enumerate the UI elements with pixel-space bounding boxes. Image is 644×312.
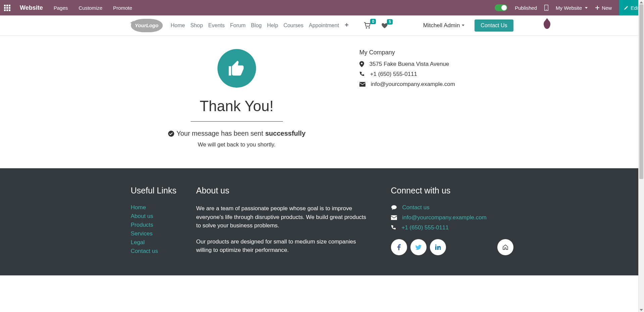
nav-help[interactable]: Help bbox=[267, 23, 278, 29]
connect-phone-row: +1 (650) 555-0111 bbox=[391, 224, 513, 231]
published-toggle[interactable] bbox=[495, 4, 507, 11]
thumbs-up-icon bbox=[217, 49, 256, 88]
new-button[interactable]: New bbox=[595, 5, 612, 11]
plus-icon bbox=[595, 5, 600, 10]
theme-color-drop-icon[interactable] bbox=[544, 20, 550, 29]
user-name: Mitchell Admin bbox=[423, 22, 460, 29]
svg-point-9 bbox=[435, 244, 437, 246]
company-address-row: 3575 Fake Buena Vista Avenue bbox=[359, 61, 513, 68]
user-dropdown[interactable]: Mitchell Admin bbox=[423, 22, 465, 29]
admin-menu-pages[interactable]: Pages bbox=[54, 5, 68, 11]
app-brand[interactable]: Website bbox=[20, 4, 43, 11]
connect-contact-link[interactable]: Contact us bbox=[402, 204, 430, 211]
connect-title: Connect with us bbox=[391, 186, 513, 195]
footer-link-about[interactable]: About us bbox=[131, 213, 196, 220]
svg-point-3 bbox=[368, 27, 370, 29]
footer-link-contact[interactable]: Contact us bbox=[131, 248, 196, 255]
footer-links-list: Home About us Products Services Legal Co… bbox=[131, 204, 196, 255]
contact-us-button[interactable]: Contact Us bbox=[475, 19, 513, 32]
mobile-preview-icon[interactable] bbox=[544, 5, 548, 11]
svg-point-2 bbox=[366, 27, 367, 29]
nav-home[interactable]: Home bbox=[171, 23, 185, 29]
logo-text: YourLogo bbox=[135, 23, 158, 28]
admin-bar-left: Website Pages Customize Promote bbox=[4, 4, 132, 11]
cart-badge: 0 bbox=[370, 19, 376, 24]
chevron-down-icon bbox=[462, 25, 464, 26]
company-email-row: info@yourcompany.example.com bbox=[359, 81, 513, 88]
svg-rect-8 bbox=[435, 246, 437, 250]
linkedin-icon[interactable] bbox=[430, 239, 446, 255]
pencil-icon bbox=[624, 5, 629, 10]
footer-useful-links: Useful Links Home About us Products Serv… bbox=[131, 186, 196, 262]
scroll-up-icon[interactable] bbox=[639, 0, 644, 4]
admin-bar: Website Pages Customize Promote Publishe… bbox=[0, 0, 644, 15]
phone-icon bbox=[391, 225, 396, 230]
connect-email-link[interactable]: info@yourcompany.example.com bbox=[402, 214, 487, 221]
site-menu: Home Shop Events Forum Blog Help Courses… bbox=[171, 23, 349, 29]
nav-appointment[interactable]: Appointment bbox=[309, 23, 339, 29]
scroll-thumb[interactable] bbox=[639, 4, 643, 179]
footer-connect: Connect with us Contact us info@yourcomp… bbox=[391, 186, 513, 262]
envelope-icon bbox=[391, 215, 397, 220]
add-menu-icon[interactable] bbox=[344, 23, 349, 29]
success-strong: successfully bbox=[265, 130, 305, 137]
nav-forum[interactable]: Forum bbox=[230, 23, 245, 29]
footer-about: About us We are a team of passionate peo… bbox=[196, 186, 391, 262]
check-circle-icon bbox=[168, 130, 175, 137]
site-logo[interactable]: YourLogo bbox=[131, 19, 163, 32]
admin-menu-customize[interactable]: Customize bbox=[79, 5, 102, 11]
apps-grid-icon[interactable] bbox=[4, 5, 10, 11]
connect-email-row: info@yourcompany.example.com bbox=[391, 214, 513, 221]
company-phone: +1 (650) 555-0111 bbox=[370, 71, 417, 78]
company-email: info@yourcompany.example.com bbox=[371, 81, 455, 88]
envelope-icon bbox=[359, 82, 365, 87]
thank-you-column: Thank You! Your message has been sent su… bbox=[131, 49, 353, 148]
admin-bar-right: Published My Website New Edit bbox=[495, 0, 640, 15]
footer-link-legal[interactable]: Legal bbox=[131, 239, 196, 246]
success-message: Your message has been sent successfully bbox=[131, 130, 343, 137]
chevron-down-icon bbox=[585, 7, 588, 9]
divider bbox=[191, 121, 283, 122]
cart-icon[interactable]: 0 bbox=[364, 22, 371, 29]
company-info-column: My Company 3575 Fake Buena Vista Avenue … bbox=[353, 49, 513, 148]
footer-link-products[interactable]: Products bbox=[131, 222, 196, 228]
social-icons bbox=[391, 239, 513, 255]
company-address: 3575 Fake Buena Vista Avenue bbox=[369, 61, 449, 68]
svg-rect-5 bbox=[359, 82, 365, 87]
map-pin-icon bbox=[359, 61, 364, 67]
site-navbar: YourLogo Home Shop Events Forum Blog Hel… bbox=[0, 15, 644, 36]
nav-courses[interactable]: Courses bbox=[284, 23, 304, 29]
new-label: New bbox=[602, 5, 612, 11]
company-phone-row: +1 (650) 555-0111 bbox=[359, 71, 513, 78]
published-label: Published bbox=[515, 5, 537, 11]
shortly-text: We will get back to you shortly. bbox=[131, 141, 343, 148]
svg-point-1 bbox=[546, 9, 547, 10]
admin-menu-promote[interactable]: Promote bbox=[113, 5, 132, 11]
my-website-dropdown[interactable]: My Website bbox=[556, 5, 588, 11]
admin-menu: Pages Customize Promote bbox=[54, 5, 132, 11]
site-icons: 0 5 bbox=[364, 22, 388, 29]
wishlist-icon[interactable]: 5 bbox=[381, 23, 388, 29]
company-name: My Company bbox=[359, 49, 513, 56]
useful-links-title: Useful Links bbox=[131, 186, 196, 195]
page-content: Thank You! Your message has been sent su… bbox=[0, 36, 644, 168]
my-website-label: My Website bbox=[556, 5, 582, 11]
about-paragraph-2: Our products are designed for small to m… bbox=[196, 237, 371, 255]
site-footer: Useful Links Home About us Products Serv… bbox=[0, 168, 644, 275]
home-icon[interactable] bbox=[497, 239, 513, 255]
about-paragraph-1: We are a team of passionate people whose… bbox=[196, 204, 371, 230]
nav-shop[interactable]: Shop bbox=[190, 23, 203, 29]
footer-link-services[interactable]: Services bbox=[131, 230, 196, 237]
scrollbar[interactable] bbox=[638, 0, 644, 275]
facebook-icon[interactable] bbox=[391, 239, 407, 255]
connect-contact-row: Contact us bbox=[391, 204, 513, 211]
connect-phone-link[interactable]: +1 (650) 555-0111 bbox=[402, 224, 449, 231]
about-title: About us bbox=[196, 186, 371, 195]
nav-blog[interactable]: Blog bbox=[251, 23, 262, 29]
nav-events[interactable]: Events bbox=[208, 23, 225, 29]
success-prefix: Your message has been sent bbox=[177, 130, 263, 137]
wishlist-badge: 5 bbox=[387, 19, 393, 25]
phone-icon bbox=[359, 72, 365, 77]
footer-link-home[interactable]: Home bbox=[131, 204, 196, 211]
twitter-icon[interactable] bbox=[410, 239, 427, 255]
